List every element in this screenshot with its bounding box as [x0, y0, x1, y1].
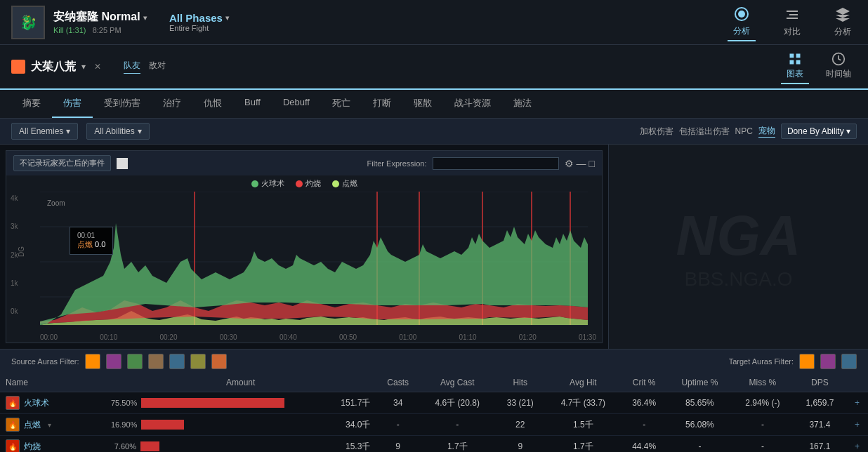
tooltip-time: 00:01 [77, 232, 105, 239]
tab-damage-taken[interactable]: 受到伤害 [93, 90, 152, 118]
tag-overflow[interactable]: 包括溢出伤害 [679, 126, 730, 138]
filter-bar: All Enemies ▾ All Abilities ▾ 加权伤害 包括溢出伤… [0, 119, 868, 145]
table-row: 🔥 灼烧 7.60% 15.3千 9 1.7千 9 1.7千 [0, 436, 868, 453]
tab-damage[interactable]: 伤害 [52, 90, 93, 118]
x-tick-0120: 01:20 [519, 333, 537, 341]
casts-3: 9 [376, 436, 420, 453]
x-tick-0000: 00:00 [40, 333, 58, 341]
casts-1: 34 [376, 392, 420, 414]
spell-icon-1: 🔥 [6, 396, 20, 410]
compare-btn[interactable]: 对比 [778, 4, 806, 41]
source-aura-6[interactable] [190, 354, 206, 369]
tab-debuff[interactable]: Debuff [272, 90, 321, 118]
data-table-container: Name Amount Casts Avg Cast Hits Avg Hit … [0, 373, 868, 452]
th-crit[interactable]: Crit % [621, 373, 668, 392]
y-axis-label: DG [18, 246, 25, 257]
tag-pet[interactable]: 宠物 [758, 125, 775, 138]
th-uptime[interactable]: Uptime % [668, 373, 732, 392]
close-icon[interactable]: ✕ [94, 62, 101, 72]
tab-death[interactable]: 死亡 [321, 90, 362, 118]
th-dps[interactable]: DPS [794, 373, 846, 392]
maximize-icon[interactable]: □ [589, 158, 595, 169]
tab-buff[interactable]: Buff [233, 90, 272, 118]
boss-dropdown-arrow[interactable]: ▾ [143, 14, 147, 22]
analyze1-btn[interactable]: 分析 [728, 3, 756, 41]
tab-threat[interactable]: 仇恨 [192, 90, 233, 118]
enemy-tab[interactable]: 敌对 [149, 60, 166, 74]
filter-expr-input[interactable] [433, 157, 559, 170]
x-tick-0020: 00:20 [159, 333, 177, 341]
avg-cast-2: - [420, 414, 495, 436]
th-name[interactable]: Name [0, 373, 105, 392]
th-hits[interactable]: Hits [495, 373, 546, 392]
tag-weighted[interactable]: 加权伤害 [640, 126, 673, 138]
tab-healing[interactable]: 治疗 [152, 90, 192, 118]
tab-summary[interactable]: 摘要 [11, 90, 52, 118]
source-aura-4[interactable] [148, 354, 164, 369]
chart-view-btn[interactable]: 图表 [781, 49, 809, 84]
target-aura-1[interactable] [799, 354, 815, 369]
auras-bar: Source Auras Filter: Target Auras Filter… [0, 349, 868, 373]
phase-info: All Phases ▾ Entire Fight [169, 12, 229, 32]
tab-interrupt[interactable]: 打断 [362, 90, 402, 118]
player-name[interactable]: 犬茱八荒 [31, 60, 76, 74]
target-aura-3[interactable] [841, 354, 857, 369]
spell-name-cell-2: 🔥 点燃 ▾ [0, 414, 105, 436]
th-avg-hit[interactable]: Avg Hit [546, 373, 621, 392]
phase-dropdown-arrow[interactable]: ▾ [225, 14, 229, 22]
source-aura-3[interactable] [127, 354, 143, 369]
source-aura-5[interactable] [169, 354, 185, 369]
spell-name-2[interactable]: 点燃 [24, 419, 41, 431]
event-filter-btn[interactable]: 不记录玩家死亡后的事件 [13, 155, 111, 171]
tab-dispel[interactable]: 驱散 [402, 90, 443, 118]
table-header-row: Name Amount Casts Avg Cast Hits Avg Hit … [0, 373, 868, 392]
player-icon [11, 60, 25, 74]
all-abilities-btn[interactable]: All Abilities ▾ [86, 123, 149, 140]
tag-npc[interactable]: NPC [735, 126, 753, 136]
minimize-icon[interactable]: — [577, 158, 586, 169]
second-bar-right: 图表 时间轴 [781, 49, 857, 84]
th-amount[interactable]: Amount [105, 373, 376, 392]
boss-name[interactable]: 安纳塞隆 Normal ▾ [53, 10, 147, 25]
miss-3: - [732, 436, 794, 453]
plus-2[interactable]: + [846, 414, 868, 436]
compare-label: 对比 [784, 26, 801, 38]
timeline-view-label: 时间轴 [826, 68, 851, 80]
plus-3[interactable]: + [846, 436, 868, 453]
tab-resources[interactable]: 战斗资源 [443, 90, 502, 118]
chart-svg[interactable]: Zoom [40, 192, 588, 332]
timeline-view-btn[interactable]: 时间轴 [820, 49, 857, 84]
dps-1: 1,659.7 [794, 392, 846, 414]
source-aura-1[interactable] [85, 354, 100, 369]
th-miss[interactable]: Miss % [732, 373, 794, 392]
spell-name-cell-1: 🔥 火球术 [0, 392, 105, 414]
legend-label-dianran: 点燃 [342, 178, 357, 189]
spell-name-1[interactable]: 火球术 [24, 397, 49, 409]
source-aura-7[interactable] [211, 354, 227, 369]
amount-val-2: 34.0千 [335, 419, 370, 431]
th-casts[interactable]: Casts [376, 373, 420, 392]
phase-title[interactable]: All Phases ▾ [169, 12, 229, 24]
source-aura-2[interactable] [106, 354, 121, 369]
tooltip-val: 0.0 [95, 240, 105, 248]
tag-done-by[interactable]: Done By Ability ▾ [781, 124, 857, 139]
plus-1[interactable]: + [846, 392, 868, 414]
tab-cast[interactable]: 施法 [502, 90, 543, 118]
th-avg-cast[interactable]: Avg Cast [420, 373, 495, 392]
settings-icon[interactable]: ⚙ [565, 158, 574, 169]
crit-2: - [621, 414, 668, 436]
legend-dot-huoqiushu [251, 180, 258, 187]
all-enemies-btn[interactable]: All Enemies ▾ [11, 123, 78, 140]
analyze2-btn[interactable]: 分析 [829, 4, 857, 41]
team-tab[interactable]: 队友 [124, 60, 140, 74]
x-tick-0040: 00:40 [280, 333, 297, 341]
dropdown-arrow[interactable]: ▾ [81, 62, 86, 72]
x-tick-0030: 00:30 [220, 333, 237, 341]
target-aura-2[interactable] [820, 354, 836, 369]
expand-arrow-2[interactable]: ▾ [48, 421, 51, 429]
svg-rect-3 [790, 60, 794, 65]
tooltip-spell: 点燃 [77, 240, 93, 248]
spell-name-3[interactable]: 灼烧 [24, 441, 41, 453]
analyze1-label: 分析 [733, 25, 750, 37]
uptime-3: - [668, 436, 732, 453]
